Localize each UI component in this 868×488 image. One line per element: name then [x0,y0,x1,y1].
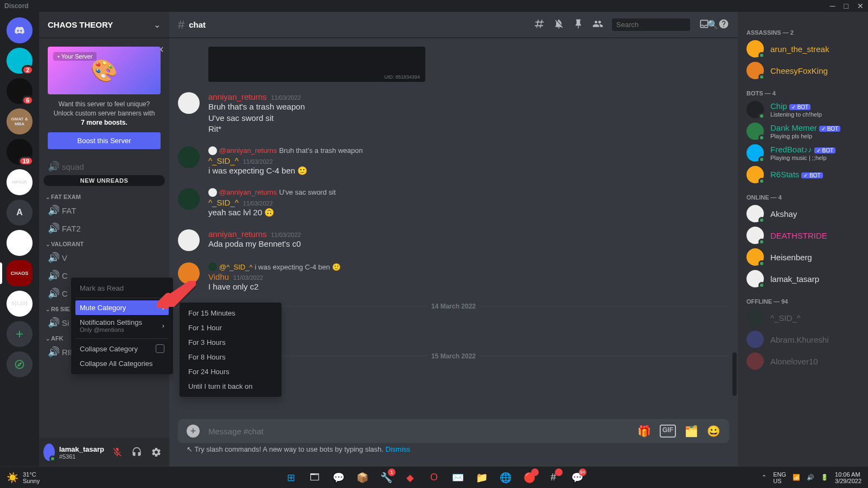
channel-item[interactable]: 🔊FAT2 [43,220,165,237]
wifi-icon[interactable]: 📶 [793,474,800,481]
tray-chevron-icon[interactable]: ⌃ [762,474,767,481]
member-item[interactable]: ^_SID_^ [742,307,864,329]
server-item[interactable]: 19 [7,139,33,165]
edge-icon[interactable]: 🌐 [495,470,516,486]
server-item[interactable]: 이니야 [7,291,33,317]
server-item[interactable]: 2 [7,48,33,74]
member-item[interactable]: DEATHSTRIDE [742,224,864,246]
member-item[interactable]: Alonelover10 [742,350,864,372]
mute-indefinite[interactable]: Until I turn it back on [184,379,277,394]
discord-taskbar-icon[interactable]: 💬9+ [567,470,588,486]
context-mute-category[interactable]: Mute Category› [75,300,169,315]
user-info[interactable]: lamak_tasarp #5361 [59,445,104,460]
avatar[interactable] [43,444,55,461]
gif-icon[interactable]: GIF [660,425,676,438]
member-item[interactable]: Dank Memer✓ BOTPlaying pls help [742,120,864,142]
clock[interactable]: 10:06 AM3/29/2022 [835,471,861,484]
taskbar-weather[interactable]: ☀️ 31°CSunny [7,471,40,484]
gift-icon[interactable]: 🎁 [637,425,651,438]
message-author[interactable]: Vidhu [208,272,229,281]
server-header[interactable]: CHAOS THEORY ⌄ [39,12,169,38]
chrome-icon[interactable]: 🔴 [519,470,540,486]
add-server-button[interactable]: + [7,321,33,347]
boost-button[interactable]: Boost this Server [48,132,161,149]
server-item-active[interactable]: CHAOS [7,260,33,286]
threads-icon[interactable] [534,18,545,31]
deafen-button[interactable] [128,444,145,461]
start-button[interactable]: ⊞ [280,470,301,486]
mute-button[interactable] [108,444,126,461]
new-unreads-pill[interactable]: NEW UNREADS [43,175,165,186]
member-item[interactable]: lamak_tasarp [742,268,864,290]
category-header[interactable]: ⌄VALORANT [43,237,165,248]
member-item[interactable]: CheesyFoxKing [742,60,864,81]
avatar[interactable] [178,92,200,114]
battery-icon[interactable]: 🔋 [821,474,828,481]
member-item[interactable]: FredBoat♪♪✓ BOTPlaying music | ;;help [742,142,864,164]
emoji-icon[interactable]: 😀 [707,425,720,438]
message-author[interactable]: ^_SID_^ [208,156,239,165]
message-field[interactable] [208,427,629,436]
message-reply[interactable]: @anniyan_returnsBruh that's a trash weap… [208,146,729,155]
member-item[interactable]: Abram.Khureshi [742,329,864,350]
message-reply[interactable]: @^_SID_^i was expecting C-4 ben 🙂 [208,262,729,271]
pinned-icon[interactable] [573,18,584,31]
message-input[interactable]: + 🎁 GIF 🗂️ 😀 [178,419,729,443]
channel-item[interactable]: 🔊V [43,249,165,266]
avatar[interactable] [178,146,200,168]
message-author[interactable]: anniyan_returns [208,229,267,239]
member-item[interactable]: Heisenberg [742,246,864,268]
close-icon[interactable]: ✕ [857,2,864,10]
chevron-down-icon[interactable]: ⌄ [154,20,161,30]
server-item[interactable]: A [7,200,33,226]
maximize-icon[interactable]: □ [844,2,848,10]
sticker-icon[interactable]: 🗂️ [685,425,698,438]
search-input[interactable] [616,21,707,29]
help-icon[interactable] [718,18,729,31]
minimize-icon[interactable]: ─ [830,2,835,10]
notifications-icon[interactable] [553,18,564,31]
server-item[interactable] [7,230,33,256]
server-item[interactable]: 6 [7,78,33,104]
mute-15min[interactable]: For 15 Minutes [184,306,277,320]
member-item[interactable]: Chip✓ BOTListening to ch!help [742,99,864,120]
search-box[interactable]: 🔍 [612,18,690,31]
slack-icon[interactable]: # [543,470,564,486]
channel-item[interactable]: 🔊FAT [43,202,165,219]
member-item[interactable]: arun_the_streak [742,38,864,60]
member-item[interactable]: R6Stats✓ BOT [742,164,864,185]
channel-item[interactable]: 🔊squad [43,158,165,175]
scrollbar[interactable] [732,92,737,418]
inbox-icon[interactable] [699,18,710,31]
server-item[interactable]: GMAT & MBA [7,108,33,134]
context-notification-settings[interactable]: Notification SettingsOnly @mentions› [75,315,169,336]
volume-icon[interactable]: 🔊 [807,474,814,481]
language-indicator[interactable]: ENGUS [773,471,786,484]
add-attachment-button[interactable]: + [187,425,200,438]
dm-button[interactable] [7,17,33,43]
explore-button[interactable] [7,351,33,377]
context-mark-read[interactable]: Mark as Read [75,281,169,296]
member-item[interactable]: Akshay [742,203,864,224]
mail-icon[interactable]: ✉️ [448,470,468,486]
app-icon[interactable]: 🔧1 [376,470,397,486]
mute-8hours[interactable]: For 8 Hours [184,350,277,364]
message-author[interactable]: ^_SID_^ [208,198,239,207]
embed-image[interactable]: UID: 851834394 [208,47,425,82]
server-item[interactable]: HPAIR [7,169,33,195]
opera-icon[interactable]: O [424,470,444,486]
dismiss-link[interactable]: Dismiss [386,445,411,453]
message-author[interactable]: anniyan_returns [208,92,267,101]
avatar[interactable] [178,229,200,251]
settings-button[interactable] [148,444,165,461]
context-collapse-all[interactable]: Collapse All Categories [75,356,169,371]
app-icon[interactable]: 💬 [328,470,349,486]
members-icon[interactable] [592,18,603,31]
mute-3hours[interactable]: For 3 Hours [184,335,277,350]
app-icon[interactable]: ◆ [400,470,420,486]
message-reply[interactable]: @anniyan_returnsU've sac sword sit [208,188,729,197]
context-collapse-category[interactable]: Collapse Category [75,341,169,356]
avatar[interactable] [178,262,200,284]
mute-1hour[interactable]: For 1 Hour [184,320,277,335]
avatar[interactable] [178,188,200,210]
